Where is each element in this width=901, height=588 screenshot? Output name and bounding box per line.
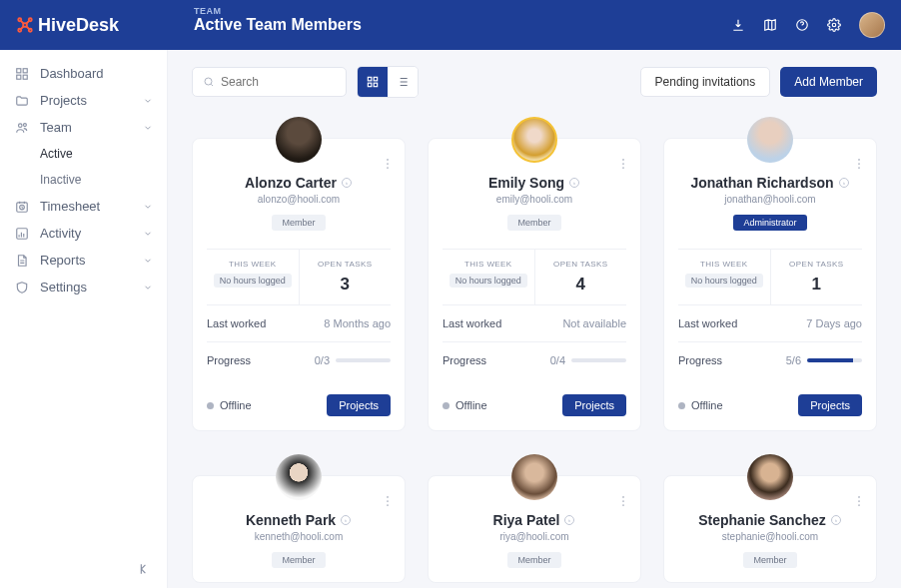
member-avatar (511, 117, 557, 163)
sidebar-item-activity[interactable]: Activity (0, 220, 167, 247)
member-card: Riya Patel riya@hooli.com Member (428, 475, 641, 583)
sidebar-item-dashboard[interactable]: Dashboard (0, 60, 167, 87)
sidebar-label: Team (40, 120, 72, 135)
pending-invitations-button[interactable]: Pending invitations (640, 67, 771, 97)
search-input-wrapper[interactable] (192, 67, 347, 97)
add-member-button[interactable]: Add Member (780, 67, 877, 97)
download-icon[interactable] (731, 18, 745, 32)
sidebar-sub-active[interactable]: Active (0, 141, 167, 167)
progress-value: 0/4 (550, 354, 565, 366)
logo-text: HiveDesk (38, 15, 119, 36)
member-name: Stephanie Sanchez (698, 512, 826, 528)
sidebar-item-projects[interactable]: Projects (0, 87, 167, 114)
shield-icon (14, 281, 30, 294)
svg-rect-10 (23, 75, 27, 79)
svg-point-23 (387, 167, 389, 169)
sidebar-sub-inactive[interactable]: Inactive (0, 167, 167, 193)
svg-point-0 (18, 18, 21, 21)
reports-icon (14, 254, 30, 268)
sidebar-label: Settings (40, 280, 87, 294)
progress-label: Progress (207, 354, 251, 366)
info-icon[interactable] (838, 177, 850, 189)
svg-point-21 (387, 159, 389, 161)
svg-rect-9 (17, 75, 21, 79)
last-worked-value: 7 Days ago (806, 317, 862, 329)
no-hours-pill: No hours logged (450, 274, 527, 288)
member-card: Stephanie Sanchez stephanie@hooli.com Me… (663, 475, 877, 583)
sidebar-item-timesheet[interactable]: Timesheet (0, 193, 167, 220)
page-title: Active Team Members (194, 16, 362, 34)
open-tasks-label: OPEN TASKS (777, 260, 857, 269)
more-icon[interactable] (616, 157, 630, 171)
sidebar-item-team[interactable]: Team (0, 114, 167, 141)
more-icon[interactable] (852, 157, 866, 171)
sidebar-label: Reports (40, 253, 86, 268)
svg-point-37 (622, 496, 624, 498)
tasks-count: 4 (541, 275, 621, 294)
role-badge: Member (272, 552, 325, 568)
svg-point-33 (387, 496, 389, 498)
status-dot-icon (207, 402, 214, 409)
logo[interactable]: HiveDesk (16, 15, 119, 36)
this-week-label: THIS WEEK (684, 260, 764, 269)
svg-point-31 (858, 167, 860, 169)
more-icon[interactable] (381, 494, 395, 508)
chevron-down-icon (143, 123, 153, 133)
role-badge: Member (507, 552, 560, 568)
open-tasks-label: OPEN TASKS (306, 260, 386, 269)
svg-point-25 (622, 159, 624, 161)
dashboard-icon (14, 67, 30, 81)
more-icon[interactable] (852, 494, 866, 508)
sidebar-item-reports[interactable]: Reports (0, 247, 167, 274)
info-icon[interactable] (568, 177, 580, 189)
sidebar-item-settings[interactable]: Settings (0, 274, 167, 300)
member-email: stephanie@hooli.com (678, 531, 862, 542)
sidebar-label: Activity (40, 226, 81, 241)
svg-point-30 (858, 163, 860, 165)
stats: THIS WEEKNo hours logged OPEN TASKS1 (678, 249, 862, 305)
member-card: Emily Song emily@hooli.com Member THIS W… (428, 138, 641, 431)
svg-point-42 (858, 500, 860, 502)
progress-value: 0/3 (315, 354, 330, 366)
search-input[interactable] (221, 75, 336, 89)
list-view-button[interactable] (388, 67, 418, 97)
last-worked-value: 8 Months ago (324, 317, 391, 329)
info-icon[interactable] (563, 514, 575, 526)
user-avatar[interactable] (859, 12, 885, 38)
last-worked-value: Not available (562, 317, 626, 329)
more-icon[interactable] (381, 157, 395, 171)
clock-icon (14, 200, 30, 214)
member-name: Jonathan Richardson (690, 175, 833, 191)
no-hours-pill: No hours logged (214, 274, 292, 288)
help-icon[interactable] (795, 18, 809, 32)
svg-rect-17 (368, 77, 372, 81)
sidebar-label: Timesheet (40, 199, 100, 214)
this-week-label: THIS WEEK (213, 260, 293, 269)
member-avatar (276, 117, 322, 163)
chevron-down-icon (143, 96, 153, 106)
toolbar: Pending invitations Add Member (192, 66, 877, 98)
no-hours-pill: No hours logged (685, 274, 763, 288)
status: Offline (443, 399, 487, 411)
svg-point-41 (858, 496, 860, 498)
svg-point-11 (19, 123, 23, 127)
svg-point-16 (205, 78, 212, 85)
map-icon[interactable] (763, 18, 777, 32)
info-icon[interactable] (341, 177, 353, 189)
projects-button[interactable]: Projects (327, 394, 391, 416)
grid-view-button[interactable] (358, 67, 388, 97)
more-icon[interactable] (616, 494, 630, 508)
gear-icon[interactable] (827, 18, 841, 32)
member-name: Kenneth Park (246, 512, 336, 528)
projects-button[interactable]: Projects (562, 394, 626, 416)
role-badge: Administrator (733, 215, 806, 231)
svg-point-35 (387, 504, 389, 506)
collapse-sidebar-icon[interactable] (139, 562, 153, 576)
progress-bar (807, 358, 862, 362)
info-icon[interactable] (830, 514, 842, 526)
info-icon[interactable] (340, 514, 352, 526)
chevron-down-icon (143, 283, 153, 293)
projects-button[interactable]: Projects (798, 394, 862, 416)
progress-label: Progress (678, 354, 722, 366)
svg-point-29 (858, 159, 860, 161)
